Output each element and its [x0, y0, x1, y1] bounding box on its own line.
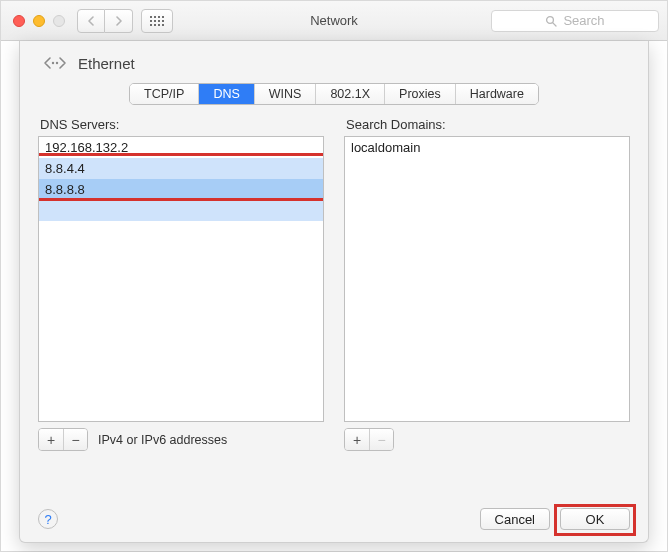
- connection-name: Ethernet: [78, 55, 135, 72]
- grid-icon: [150, 16, 164, 26]
- search-domains-column: Search Domains: localdomain + −: [344, 117, 630, 451]
- back-button[interactable]: [77, 9, 105, 33]
- tabstrip: TCP/IP DNS WINS 802.1X Proxies Hardware: [38, 83, 630, 105]
- titlebar: Network Search: [1, 1, 667, 41]
- search-field[interactable]: Search: [491, 10, 659, 32]
- svg-point-2: [52, 62, 54, 64]
- add-domain-button[interactable]: +: [345, 429, 369, 450]
- tab-tcpip[interactable]: TCP/IP: [130, 84, 199, 104]
- domains-list-controls: + −: [344, 428, 630, 451]
- dns-list-controls: + − IPv4 or IPv6 addresses: [38, 428, 324, 451]
- list-item[interactable]: localdomain: [345, 137, 629, 158]
- svg-line-1: [553, 22, 556, 25]
- ok-button[interactable]: OK: [560, 508, 630, 530]
- network-preferences-window: Network Search Ethernet TCP/IP DNS WINS …: [0, 0, 668, 552]
- zoom-icon: [53, 15, 65, 27]
- search-domains-list[interactable]: localdomain: [344, 136, 630, 422]
- tab-dns[interactable]: DNS: [199, 84, 254, 104]
- cancel-button[interactable]: Cancel: [480, 508, 550, 530]
- tab-wins[interactable]: WINS: [255, 84, 317, 104]
- forward-button[interactable]: [105, 9, 133, 33]
- add-dns-button[interactable]: +: [39, 429, 63, 450]
- sheet-footer: ? Cancel OK: [38, 508, 630, 530]
- tab-proxies[interactable]: Proxies: [385, 84, 456, 104]
- list-item[interactable]: 8.8.4.4: [39, 158, 323, 179]
- list-item-empty[interactable]: [39, 200, 323, 221]
- tab-8021x[interactable]: 802.1X: [316, 84, 385, 104]
- window-controls: [13, 15, 65, 27]
- dns-servers-column: DNS Servers: 192.168.132.2 8.8.4.4 8.8.8…: [38, 117, 324, 451]
- search-placeholder: Search: [563, 13, 604, 28]
- ethernet-icon: [42, 53, 68, 73]
- dns-sheet: Ethernet TCP/IP DNS WINS 802.1X Proxies …: [19, 41, 649, 543]
- remove-dns-button[interactable]: −: [63, 429, 87, 450]
- list-item[interactable]: 192.168.132.2: [39, 137, 323, 158]
- search-domains-label: Search Domains:: [346, 117, 630, 132]
- minimize-icon[interactable]: [33, 15, 45, 27]
- dns-servers-list[interactable]: 192.168.132.2 8.8.4.4 8.8.8.8: [38, 136, 324, 422]
- dns-hint: IPv4 or IPv6 addresses: [98, 433, 227, 447]
- show-all-button[interactable]: [141, 9, 173, 33]
- content-columns: DNS Servers: 192.168.132.2 8.8.4.4 8.8.8…: [38, 117, 630, 451]
- list-item[interactable]: 8.8.8.8: [39, 179, 323, 200]
- tab-hardware[interactable]: Hardware: [456, 84, 538, 104]
- search-icon: [545, 15, 557, 27]
- nav-buttons: [77, 9, 133, 33]
- dns-servers-label: DNS Servers:: [40, 117, 324, 132]
- remove-domain-button: −: [369, 429, 393, 450]
- close-icon[interactable]: [13, 15, 25, 27]
- svg-point-3: [56, 62, 58, 64]
- connection-header: Ethernet: [38, 53, 630, 83]
- help-button[interactable]: ?: [38, 509, 58, 529]
